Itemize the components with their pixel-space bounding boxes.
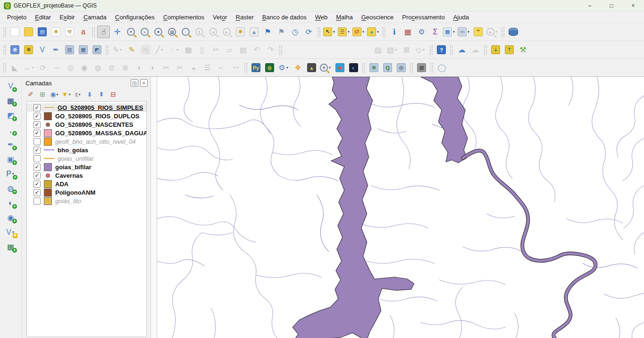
attribute-table-dropdown[interactable]: ▾ (453, 30, 455, 34)
run-feature-action-dropdown[interactable]: ▾ (495, 30, 497, 34)
measure-dropdown[interactable]: ▾ (468, 30, 469, 34)
menu-exibir[interactable]: Exibir (55, 13, 79, 22)
help-button[interactable]: ? (435, 43, 448, 56)
add-wcs-layer-button[interactable]: ◐+ (4, 197, 17, 209)
menu-configura-es[interactable]: Configurações (111, 13, 159, 22)
zoom-in-button[interactable]: + (125, 25, 137, 38)
layer-label[interactable]: PoligonoANM (55, 189, 95, 196)
menu-ajuda[interactable]: Ajuda (449, 13, 473, 22)
layer-item[interactable]: ✓bho_goias (27, 146, 146, 154)
layer-label[interactable]: geoft_bho_ach_otto_nivel_04 (55, 138, 136, 145)
layer-label[interactable]: bho_goias (58, 147, 88, 154)
menu-raster[interactable]: Raster (231, 13, 258, 22)
toggle-editing-button[interactable]: ✎ (125, 43, 138, 56)
layer-item[interactable]: ✓Cavernas (27, 171, 146, 180)
new-map-view-button[interactable]: ✱ (234, 25, 247, 38)
layer-checkbox[interactable]: ✓ (33, 147, 41, 154)
new-spatialite-layer-button[interactable]: ✒ (50, 43, 62, 56)
new-geopackage-layer-button[interactable]: ✱ (22, 43, 35, 56)
python-console-button[interactable]: Py (250, 61, 262, 74)
menu-camada[interactable]: Camada (79, 13, 111, 22)
layer-label[interactable]: goias_lito (55, 198, 81, 205)
map-tips-button[interactable]: ❞ (472, 25, 485, 38)
plugin-heatmap-button[interactable]: ◉ (334, 61, 346, 74)
select-features-dropdown[interactable]: ▾ (333, 30, 335, 34)
plugin-tools-button[interactable]: ⚒ (517, 43, 529, 56)
select-by-location-dropdown[interactable]: ▾ (377, 30, 379, 34)
quickmapservices-button[interactable]: ◐ (347, 61, 360, 74)
remove-layer-button[interactable]: ⊟ (108, 89, 118, 99)
layer-checkbox[interactable]: ✓ (33, 113, 41, 120)
map-canvas[interactable] (157, 77, 644, 338)
new-virtual-layer-button[interactable]: ▦ (77, 43, 90, 56)
move-features-dropdown[interactable]: ▾ (32, 66, 33, 70)
panel-close-button[interactable]: × (140, 79, 148, 87)
select-by-value-button[interactable]: ☰▾ (337, 25, 351, 38)
layer-item[interactable]: goias_unifilar (27, 154, 146, 163)
processing-toolbox-button[interactable]: ⚙ (415, 25, 428, 38)
plugin-dsgtools-button[interactable]: ◍ (263, 61, 276, 74)
pan-map-button[interactable]: ☝ (97, 25, 110, 38)
layer-label[interactable]: GO_5208905_NASCENTES (55, 121, 133, 128)
filter-by-expression-dropdown[interactable]: ▾ (79, 92, 81, 97)
cloud-projects-button[interactable]: ☁ (455, 43, 468, 56)
statistical-summary-button[interactable]: Σ (429, 25, 442, 38)
expand-all-button[interactable]: ⇟ (84, 89, 95, 99)
mesh-selection-dropdown[interactable]: ▾ (395, 48, 397, 52)
zoom-full-button[interactable]: ✦ (152, 25, 165, 38)
new-mesh-layer-button[interactable]: ◩ (91, 43, 103, 56)
layer-item[interactable]: ✓goias_bifilar (27, 163, 146, 171)
pan-to-selection-button[interactable]: ✛ (111, 25, 124, 38)
new-project-button[interactable] (8, 25, 21, 38)
layer-label[interactable]: goias_unifilar (58, 155, 94, 162)
layer-checkbox[interactable]: ✓ (33, 104, 41, 111)
add-wfs-layer-button[interactable]: ◉+ (4, 211, 17, 224)
globe-builder-button[interactable]: ◯ (435, 61, 448, 74)
zoom-to-layer-button[interactable]: ▤ (166, 25, 178, 38)
hillshade-plugin-button[interactable]: ▩ (415, 61, 428, 74)
layer-item[interactable]: ✓GO_5208905_MASSAS_DAGUA (27, 129, 146, 137)
panel-float-button[interactable]: ◳ (131, 79, 138, 87)
qpackage-download-button[interactable]: ⇣ (489, 43, 502, 56)
menu-processamento[interactable]: Processamento (398, 13, 449, 22)
layer-checkbox[interactable] (33, 198, 41, 205)
layer-label[interactable]: GO_5208905_RIOS_DUPLOS (55, 113, 139, 120)
identify-features-button[interactable]: ℹ (388, 25, 401, 38)
deselect-all-button[interactable]: ∅▾ (352, 25, 366, 38)
add-raster-layer-button[interactable]: ▦+ (4, 94, 17, 107)
close-button[interactable]: × (622, 0, 644, 11)
filter-legend-button[interactable]: ▼▾ (61, 89, 71, 99)
plugin-diamonds-button[interactable]: ❖ (292, 61, 304, 74)
deselect-all-dropdown[interactable]: ▾ (362, 30, 364, 34)
menu-vetor[interactable]: Vetor (209, 13, 231, 22)
menu-projeto[interactable]: Projeto (3, 13, 31, 22)
plugin-processing-button[interactable]: ⚙▾ (277, 61, 291, 74)
select-features-button[interactable]: ↖▾ (323, 25, 336, 38)
rotate-point-symbols-dropdown[interactable]: ▾ (236, 66, 238, 70)
menu-geoscience[interactable]: Geoscience (357, 13, 398, 22)
layer-item[interactable]: ✓GO_5208905_RIOS_DUPLOS (27, 112, 146, 120)
show-layout-manager-button[interactable]: ⚒ (63, 25, 76, 38)
add-virtual-layer-button[interactable]: ▣+ (4, 153, 17, 165)
menu-web[interactable]: Web (311, 13, 332, 22)
add-delimited-text-layer-button[interactable]: ,+ (4, 124, 17, 136)
add-web-layer-button[interactable]: ⊕ (368, 61, 380, 74)
zoom-to-selection-button[interactable]: ◌ (179, 25, 192, 38)
layer-item[interactable]: ✓PoligonoANM (27, 188, 146, 197)
layer-checkbox[interactable] (33, 138, 41, 145)
plugin-matlab-button[interactable]: ▲ (305, 61, 318, 74)
add-postgis-layer-button[interactable]: P+▾ (4, 167, 17, 180)
layer-item[interactable]: goias_lito (27, 197, 146, 205)
menu-complementos[interactable]: Complementos (159, 13, 209, 22)
maximize-button[interactable]: □ (601, 0, 622, 11)
layer-checkbox[interactable]: ✓ (33, 130, 41, 137)
add-table-button[interactable]: ▦+ (4, 240, 17, 253)
refresh-map-button[interactable]: ⟳ (302, 25, 315, 38)
new-shapefile-quick-button[interactable]: V✱▾ (4, 226, 17, 239)
menu-banco-de-dados[interactable]: Banco de dados (258, 13, 311, 22)
style-manager-button[interactable]: a (77, 25, 90, 38)
new-temporary-scratch-layer-button[interactable]: ▥ (63, 43, 76, 56)
plugin-processing-dropdown[interactable]: ▾ (286, 66, 288, 70)
open-styling-panel-button[interactable]: ✐ (25, 89, 36, 99)
layer-item[interactable]: ✓GO_5208905_NASCENTES (27, 120, 146, 129)
